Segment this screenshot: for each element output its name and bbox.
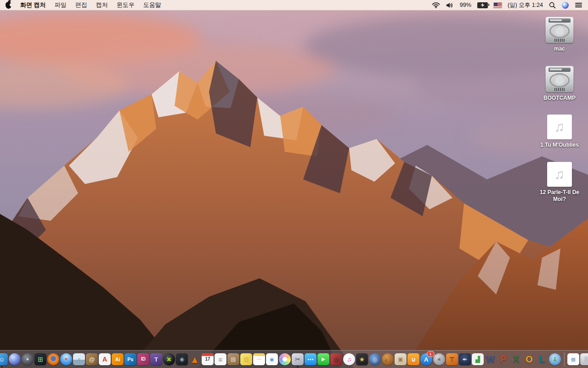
garageband-dock-icon[interactable]: ♩	[382, 351, 394, 368]
facetime-dock-icon[interactable]: ▶	[317, 351, 330, 368]
acrobat-reader-dock-icon[interactable]: A	[99, 351, 111, 368]
document-seal-dock-icon[interactable]: ◉	[266, 351, 278, 368]
desktop-icon-2[interactable]: ♫1 Tu M'Oublies	[540, 115, 579, 149]
itunes-glyph: ♫	[347, 356, 352, 362]
imovie-dock-icon[interactable]: ★	[356, 351, 368, 368]
numbers-icon: ▟	[472, 353, 484, 365]
ibooks-dock-icon[interactable]: ∪	[407, 351, 420, 368]
finder-dock-icon[interactable]: ☺	[0, 351, 8, 368]
photoshop-dock-icon[interactable]: Ps	[124, 351, 137, 368]
trash-full-icon: ▒	[580, 353, 588, 365]
lync-dock-icon[interactable]: L	[536, 351, 548, 368]
outlook-icon: O	[523, 353, 535, 365]
photos-icon	[279, 353, 291, 365]
photo-booth-dock-icon[interactable]: ◎	[330, 351, 343, 368]
desktop-icon-3[interactable]: ♫12 Parle-T-Il De Moi?	[537, 162, 582, 203]
wifi-icon[interactable]	[432, 2, 440, 8]
messages-dock-icon[interactable]: ⋯	[305, 351, 317, 368]
active-app-menu-title[interactable]: 화면 캡처	[20, 1, 46, 9]
input-source-us-flag-icon[interactable]	[494, 3, 502, 8]
hard-drive-icon[interactable]	[545, 66, 574, 92]
menubar-clock[interactable]: (일) 오후 1:24	[508, 1, 543, 9]
messages-glyph: ⋯	[307, 356, 314, 362]
download-manager-icon: ⇩	[549, 353, 561, 365]
siri-menubar-icon[interactable]	[562, 2, 569, 9]
outlook-glyph: O	[526, 355, 533, 364]
keynote-dock-icon[interactable]: ⊤	[446, 351, 458, 368]
safari-dock-icon[interactable]: ✴	[60, 351, 73, 368]
disk-tool-dock-icon[interactable]: ◉	[176, 351, 188, 368]
notes-dock-icon[interactable]: —	[253, 351, 266, 368]
garageband-glyph: ♩	[385, 356, 391, 362]
hard-drive-icon[interactable]	[545, 17, 574, 43]
firefox-dock-icon[interactable]	[47, 351, 60, 368]
audio-file-icon[interactable]: ♫	[547, 162, 572, 187]
preview-dock-icon[interactable]: ○	[73, 351, 85, 368]
outlook-dock-icon[interactable]: O	[523, 351, 536, 368]
word-glyph: W	[486, 355, 495, 364]
volume-icon[interactable]	[446, 2, 454, 8]
indesign-dock-icon[interactable]: ID	[137, 351, 150, 368]
desktop-icon-0[interactable]: mac	[545, 17, 574, 53]
pages-dock-icon[interactable]: ✒	[459, 351, 471, 368]
notification-center-icon[interactable]	[575, 2, 582, 8]
safari-glyph: ✴	[64, 356, 68, 362]
menubar-menu-2[interactable]: 캡처	[96, 1, 108, 9]
calendar-dock-icon[interactable]: 17	[202, 351, 214, 368]
desktop-icon-label: BOOTCAMP	[543, 95, 576, 102]
word-dock-icon[interactable]: W	[485, 351, 497, 368]
illustrator-icon: Ai	[112, 353, 124, 365]
vlc-dock-icon[interactable]: ▲	[189, 351, 201, 368]
audio-file-icon[interactable]: ♫	[547, 115, 572, 139]
apple-menu[interactable]	[6, 2, 11, 9]
grab-screen-capture-glyph: ✂	[295, 356, 300, 362]
apple-logo-icon	[6, 2, 11, 9]
document-box-dock-icon[interactable]: ▤	[227, 351, 240, 368]
photos-dock-icon[interactable]	[279, 351, 291, 368]
contacts-dock-icon[interactable]: @	[86, 351, 98, 368]
reminders-dock-icon[interactable]: ≡	[215, 351, 227, 368]
idvd-dock-icon[interactable]: ◎	[369, 351, 381, 368]
ibooks-icon: ∪	[407, 353, 419, 365]
document-seal-glyph: ◉	[270, 357, 274, 362]
dock-separator	[564, 352, 565, 366]
pages-glyph: ✒	[463, 356, 468, 362]
calendar-icon: 17	[202, 353, 214, 365]
illustrator-glyph: Ai	[115, 357, 120, 362]
itunes-dock-icon[interactable]: ♫	[343, 351, 356, 368]
illustrator-dock-icon[interactable]: Ai	[112, 351, 124, 368]
battery-charging-icon[interactable]	[477, 2, 488, 8]
collage-app-dock-icon[interactable]: ▣	[395, 351, 407, 368]
menubar-menu-0[interactable]: 파일	[55, 1, 67, 9]
siri-dock-icon[interactable]	[9, 351, 21, 368]
running-indicator	[1, 366, 3, 368]
app-store-dock-icon[interactable]: A1	[420, 351, 433, 368]
contacts-icon: @	[86, 353, 98, 365]
document-file-dock-icon[interactable]: ▦	[567, 351, 580, 368]
quicksilver-dock-icon[interactable]: ✖	[163, 351, 175, 368]
finder-glyph: ☺	[0, 356, 5, 362]
mission-control-dock-icon[interactable]: ⊞	[34, 351, 47, 368]
system-preferences-dock-icon[interactable]: ✳	[433, 351, 446, 368]
stickies-glyph: ▨	[243, 356, 249, 362]
excel-dock-icon[interactable]: X	[510, 351, 523, 368]
menubar-menus: 파일편집캡처윈도우도움말	[55, 1, 161, 9]
launchpad-dock-icon[interactable]: ✦	[22, 351, 34, 368]
numbers-dock-icon[interactable]: ▟	[472, 351, 484, 368]
desktop-icon-label: 12 Parle-T-Il De Moi?	[537, 189, 582, 203]
trash-full-dock-icon[interactable]: ▒	[580, 351, 588, 368]
toast-titanium-dock-icon[interactable]: T	[150, 351, 163, 368]
grab-screen-capture-dock-icon[interactable]: ✂	[292, 351, 304, 368]
stickies-dock-icon[interactable]: ▨	[240, 351, 253, 368]
imovie-icon: ★	[356, 353, 368, 365]
menubar-menu-4[interactable]: 도움말	[143, 1, 161, 9]
powerpoint-dock-icon[interactable]: P	[498, 351, 510, 368]
menubar-menu-3[interactable]: 윈도우	[117, 1, 135, 9]
collage-app-icon: ▣	[395, 353, 407, 365]
download-manager-dock-icon[interactable]: ⇩	[549, 351, 561, 368]
document-box-icon: ▤	[227, 353, 239, 365]
desktop-icon-1[interactable]: BOOTCAMP	[543, 66, 576, 102]
menubar-menu-1[interactable]: 편집	[75, 1, 87, 9]
spotlight-search-icon[interactable]	[549, 2, 556, 9]
photoshop-glyph: Ps	[127, 357, 133, 362]
